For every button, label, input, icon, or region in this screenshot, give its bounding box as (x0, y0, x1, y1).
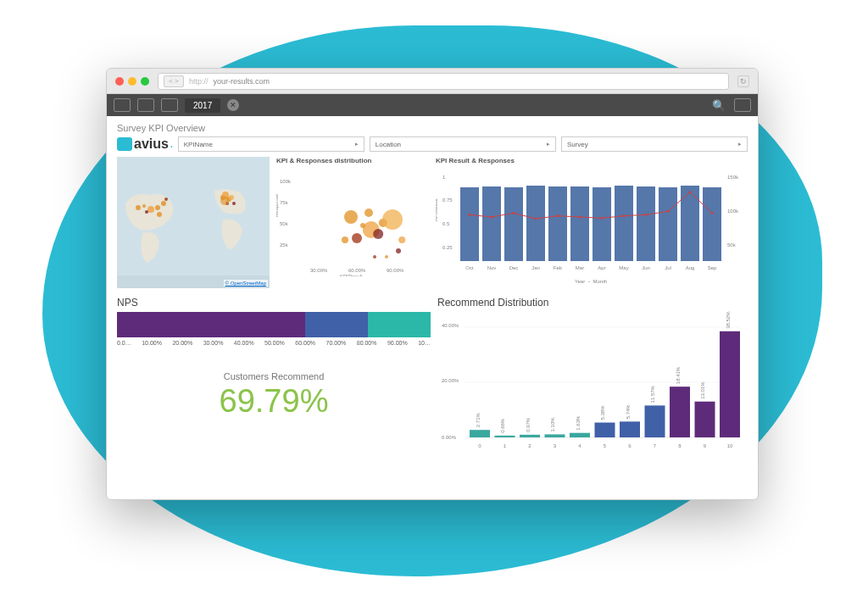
selection-tool-icon[interactable] (114, 98, 131, 112)
scatter-title: KPI & Responses distribution (276, 157, 429, 164)
svg-text:40.00%: 40.00% (442, 323, 459, 328)
map-attribution[interactable]: © OpenStreetMap (224, 280, 268, 287)
svg-text:Sep: Sep (708, 265, 717, 270)
svg-text:0: 0 (478, 443, 481, 448)
svg-point-28 (364, 209, 373, 217)
svg-text:3: 3 (554, 443, 557, 448)
nps-segment-detractors[interactable] (117, 312, 305, 337)
svg-text:75k: 75k (280, 200, 289, 205)
nav-back-forward-icon[interactable]: < > (164, 75, 184, 87)
svg-text:Oct: Oct (465, 265, 474, 270)
svg-text:KPIResult: KPIResult (340, 274, 363, 276)
svg-point-34 (398, 236, 405, 243)
svg-text:Apr: Apr (598, 265, 605, 270)
nps-tick: 20.00% (172, 340, 192, 346)
svg-text:0.5: 0.5 (442, 221, 450, 226)
map-panel[interactable]: © OpenStreetMap (117, 157, 270, 288)
svg-point-25 (342, 236, 348, 243)
chevron-right-icon: ▸ (547, 141, 550, 147)
kpi-bar-panel[interactable]: KPI Result & Responses 1 0.75 0.5 0.25 1… (436, 157, 748, 288)
url-bar[interactable]: < > http:// your-results.com (158, 73, 729, 90)
url-text: your-results.com (214, 77, 270, 86)
svg-point-6 (164, 198, 168, 201)
nps-tick: 0.0… (117, 340, 131, 346)
svg-rect-58 (548, 186, 567, 261)
scatter-chart: 100k 75k 50k 25k Response 30.00% 60.00% … (276, 166, 429, 276)
minimize-button[interactable] (128, 77, 136, 86)
svg-point-37 (385, 255, 388, 259)
svg-rect-79 (703, 187, 721, 261)
fullscreen-icon[interactable] (734, 98, 751, 112)
distribution-title: Recommend Distribution (437, 297, 748, 309)
scatter-panel[interactable]: KPI & Responses distribution 100k 75k 50… (276, 157, 429, 288)
filter-survey[interactable]: Survey▸ (561, 136, 748, 152)
chevron-right-icon: ▸ (355, 141, 359, 147)
year-filter[interactable]: 2017 (185, 98, 220, 113)
nps-segment-passives[interactable] (305, 312, 368, 337)
svg-text:KPIResult: KPIResult (436, 198, 438, 221)
app-toolbar: 2017 ✕ 🔍 (107, 94, 758, 116)
nps-tick: 50.00% (264, 340, 285, 346)
svg-rect-98 (545, 434, 565, 437)
filter-kpiname[interactable]: KPIName▸ (178, 136, 364, 152)
svg-text:Nov: Nov (487, 265, 497, 270)
kpi-bars-title: KPI Result & Responses (436, 157, 748, 164)
nps-tick: 70.00% (326, 340, 347, 346)
nps-segment-promoters[interactable] (368, 312, 431, 337)
distribution-panel[interactable]: Recommend Distribution 40.00% 20.00% 0.0… (437, 297, 748, 466)
nps-stacked-bar[interactable] (117, 312, 431, 337)
svg-rect-73 (659, 187, 677, 261)
nps-tick: 30.00% (203, 340, 224, 346)
reset-tool-icon[interactable] (161, 98, 178, 112)
svg-text:7: 7 (654, 443, 657, 448)
svg-text:0.00%: 0.00% (442, 435, 457, 440)
svg-text:Feb: Feb (554, 265, 563, 270)
nps-title: NPS (117, 297, 431, 309)
svg-point-2 (142, 204, 146, 208)
url-protocol: http:// (189, 77, 209, 86)
svg-text:150k: 150k (727, 175, 739, 180)
svg-text:5.74%: 5.74% (626, 404, 631, 420)
nps-panel: NPS 0.0…10.00%20.00%30.00%40.00%50.00%60… (117, 297, 431, 466)
page-title: Survey KPI Overview (117, 123, 748, 133)
svg-rect-101 (570, 433, 590, 437)
filter-location[interactable]: Location▸ (370, 136, 556, 152)
svg-point-26 (344, 210, 358, 224)
svg-text:100k: 100k (280, 179, 292, 184)
svg-text:100k: 100k (727, 209, 739, 214)
svg-text:2: 2 (528, 443, 531, 448)
brand-logo: avius. (117, 136, 173, 152)
clear-filter-icon[interactable]: ✕ (227, 99, 239, 111)
svg-text:30.00%: 30.00% (310, 268, 328, 273)
search-icon[interactable]: 🔍 (712, 99, 726, 112)
svg-point-35 (360, 223, 365, 228)
lasso-tool-icon[interactable] (137, 98, 154, 112)
svg-text:6: 6 (628, 443, 632, 448)
svg-text:90.00%: 90.00% (387, 268, 404, 273)
svg-text:0.97%: 0.97% (526, 417, 531, 432)
svg-rect-61 (570, 186, 589, 261)
svg-text:0.75: 0.75 (442, 198, 453, 203)
svg-point-5 (161, 201, 166, 206)
svg-rect-119 (720, 331, 740, 437)
svg-point-8 (145, 210, 148, 214)
svg-text:50k: 50k (727, 242, 737, 248)
nps-axis: 0.0…10.00%20.00%30.00%40.00%50.00%60.00%… (117, 340, 431, 346)
svg-rect-46 (460, 187, 479, 261)
chevron-right-icon: ▸ (738, 141, 742, 147)
reload-button[interactable]: ↻ (737, 75, 749, 87)
svg-rect-64 (593, 187, 611, 261)
svg-text:10: 10 (727, 443, 733, 448)
svg-rect-70 (637, 186, 655, 261)
svg-point-36 (373, 255, 376, 259)
titlebar: < > http:// your-results.com ↻ (107, 69, 758, 94)
svg-point-15 (232, 202, 236, 205)
close-button[interactable] (115, 77, 124, 86)
svg-text:Dec: Dec (509, 265, 519, 270)
svg-text:0.25: 0.25 (442, 245, 453, 250)
svg-point-30 (373, 229, 383, 239)
maximize-button[interactable] (141, 77, 149, 86)
svg-text:50k: 50k (280, 221, 289, 226)
recommend-value: 69.79% (117, 383, 431, 420)
svg-text:5: 5 (604, 443, 607, 448)
